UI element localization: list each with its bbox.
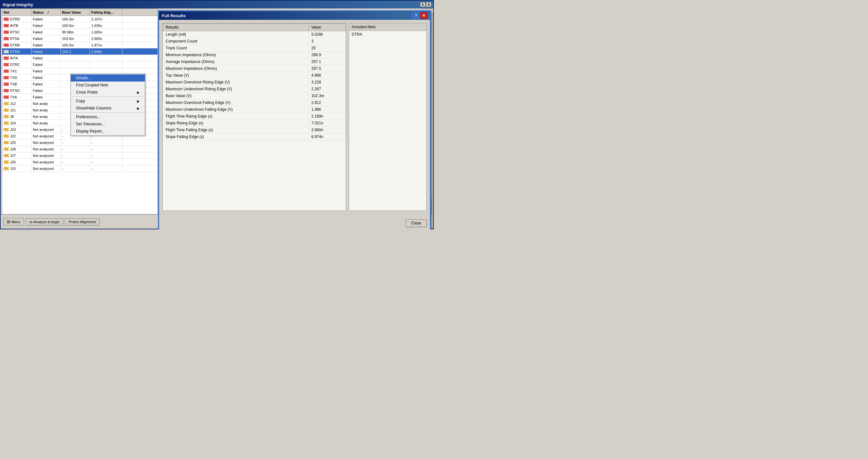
submenu-arrow-show-icon: ▶: [137, 106, 140, 110]
cell-falling: -: [90, 152, 122, 158]
close-button[interactable]: Close: [406, 219, 427, 227]
table-row[interactable]: J28 Not analyzed - -: [2, 146, 157, 152]
cell-net: J8: [2, 113, 31, 120]
cell-base: 100.5m: [61, 42, 90, 48]
cell-falling: 2.668n: [90, 49, 122, 55]
cell-net: DTRA: [2, 49, 31, 55]
cell-status: Failed: [31, 49, 61, 55]
cell-status: Not analy: [31, 120, 61, 126]
included-nets-header: Included Nets: [349, 23, 426, 31]
cell-status: Failed: [31, 74, 61, 81]
cell-net: RTSC: [2, 29, 31, 35]
result-label: Component Count: [163, 38, 309, 45]
cell-status: Not analyzed: [31, 152, 61, 158]
minimize-button[interactable]: ▼: [420, 2, 425, 7]
result-value: 297.5: [309, 65, 345, 72]
table-row-selected[interactable]: DTRA Failed 103.2 2.668n: [2, 49, 157, 55]
menu-item-copy[interactable]: Copy ▶: [71, 97, 145, 104]
cell-net: J26: [2, 159, 31, 165]
menu-item-display-report[interactable]: Display Report...: [71, 128, 145, 135]
table-row[interactable]: DTRC Failed: [2, 61, 157, 68]
cell-status: Failed: [31, 68, 61, 74]
cell-net: J15: [2, 165, 31, 172]
table-row[interactable]: J15 Not analyzed - -: [2, 165, 157, 172]
result-value: 1.986: [309, 106, 345, 113]
cell-falling: -: [90, 165, 122, 172]
result-label: Minimum Impedance (Ohms): [163, 52, 309, 59]
cell-status: Failed: [31, 23, 61, 29]
cell-status: Not analyzed: [31, 126, 61, 132]
cell-net: INTB: [2, 23, 31, 29]
col-header-net: Net: [2, 9, 31, 16]
result-row: Top Value (V)4.996: [163, 72, 346, 79]
dialog-close-x-button[interactable]: ✕: [420, 12, 427, 19]
proton-alignment-button[interactable]: Proton Alignment: [65, 218, 99, 225]
menu-item-display-report-label: Display Report...: [76, 129, 105, 133]
menu-item-cross-probe[interactable]: Cross Probe ▶: [71, 89, 145, 96]
result-label: Flight Time Falling Edge (s): [163, 127, 309, 133]
reanalyze-label: re-Analyze & begin: [30, 220, 60, 224]
menu-button[interactable]: ▤ Menu: [3, 218, 24, 225]
table-row[interactable]: DTRB Failed 100.5m 1.871n: [2, 42, 157, 49]
table-row[interactable]: RTSC Failed 99.98m 1.605n: [2, 29, 157, 35]
menu-item-preferences[interactable]: Preferences...: [71, 113, 145, 121]
table-row[interactable]: DTRD Failed 100.3m 2.107n: [2, 16, 157, 23]
menu-item-details[interactable]: Details...: [71, 74, 145, 82]
close-button[interactable]: ✕: [426, 2, 431, 7]
result-value: 2.267: [309, 86, 345, 93]
cell-status: Not analy: [31, 107, 61, 113]
cell-net: J27: [2, 152, 31, 158]
menu-icon: ▤: [7, 220, 10, 224]
context-menu: Details... Find Coupled Nets Cross Probe…: [70, 73, 145, 136]
result-label: Maximum Impedance (Ohms): [163, 65, 309, 72]
full-results-dialog: Full Results ? ✕ Results Value: [158, 10, 431, 230]
menu-item-tolerances[interactable]: Set Tolerances...: [71, 121, 145, 128]
cell-status: Not analyzed: [31, 146, 61, 152]
menu-item-cross-probe-label: Cross Probe: [76, 90, 98, 94]
cell-base: 100.0m: [61, 23, 90, 29]
cell-net: J28: [2, 146, 31, 152]
table-row[interactable]: INTB Failed 100.0m 1.635n: [2, 23, 157, 29]
result-label: Maximum Undershoot Rising Edge (V): [163, 86, 309, 93]
table-row[interactable]: RTSA Failed 103.0m 2.605n: [2, 35, 157, 42]
result-value: 6.974n: [309, 133, 345, 140]
result-row: Base Value (V)102.3m: [163, 93, 346, 99]
cell-net: J22: [2, 133, 31, 139]
cell-status: Failed: [31, 94, 61, 100]
cell-net: TXD: [2, 74, 31, 81]
submenu-arrow-icon: ▶: [137, 91, 140, 94]
result-row: Maximum Overshoot Rising Edge (V)3.228: [163, 79, 346, 86]
menu-separator-1: [72, 96, 144, 97]
cell-net: J23: [2, 126, 31, 132]
menu-item-preferences-label: Preferences...: [76, 115, 100, 119]
table-row[interactable]: J26 Not analyzed - -: [2, 159, 157, 165]
cell-net: TXC: [2, 68, 31, 74]
cell-falling: -: [90, 159, 122, 165]
table-row[interactable]: J27 Not analyzed - -: [2, 152, 157, 159]
cell-base: [61, 61, 90, 67]
menu-item-show-hide[interactable]: Show/Hide Columns ▶: [71, 104, 145, 112]
cell-net: J12: [2, 100, 31, 106]
menu-item-find-coupled[interactable]: Find Coupled Nets: [71, 82, 145, 89]
cell-status: Not analyzed: [31, 140, 61, 146]
dialog-help-button[interactable]: ?: [412, 12, 420, 19]
cell-falling: [90, 61, 122, 67]
cell-base: -: [61, 165, 90, 172]
table-row[interactable]: INTA Failed: [2, 55, 157, 61]
help-icon: ?: [415, 13, 417, 18]
menu-item-copy-label: Copy: [76, 99, 85, 103]
result-value: 296.9: [309, 52, 345, 59]
result-row: Flight Time Falling Edge (s)2.660n: [163, 127, 346, 133]
cell-net: TXB: [2, 81, 31, 87]
menu-item-details-label: Details...: [76, 76, 91, 80]
table-row[interactable]: J25 Not analyzed - -: [2, 140, 157, 146]
result-label: Flight Time Rising Edge (s): [163, 113, 309, 120]
cell-status: Failed: [31, 55, 61, 61]
result-row: Track Count20: [163, 45, 346, 52]
menu-button-label: Menu: [11, 220, 21, 224]
title-bar: Signal Integrity ▼ ✕: [1, 1, 433, 8]
result-row: Slope Falling Edge (s)6.974n: [163, 133, 346, 140]
reanalyze-button[interactable]: re-Analyze & begin: [26, 218, 63, 225]
results-table: Results Value Length (mil)5.028kComponen…: [163, 23, 346, 140]
cell-status: Not analyzed: [31, 133, 61, 139]
